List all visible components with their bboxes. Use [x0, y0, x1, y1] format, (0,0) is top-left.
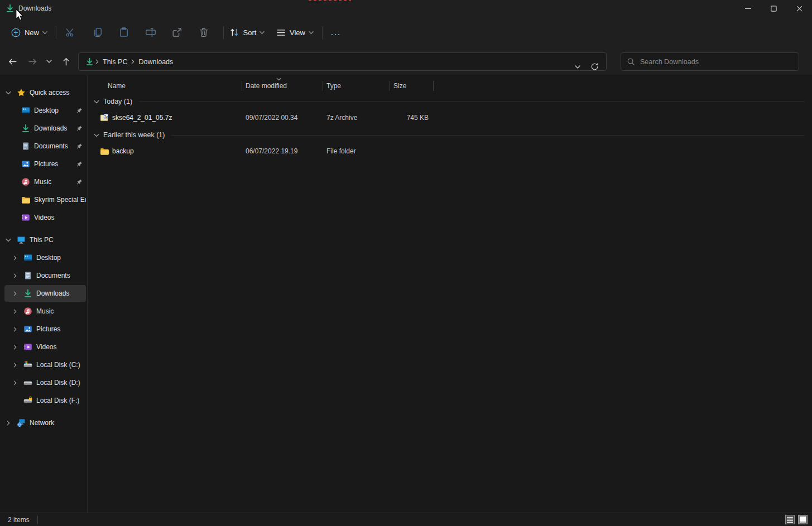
chevron-right-icon	[131, 59, 134, 64]
address-dropdown-button[interactable]	[569, 59, 586, 74]
large-icons-view-button[interactable]	[797, 514, 808, 525]
breadcrumb-this-pc[interactable]: This PC	[100, 57, 129, 67]
arrow-left-icon	[8, 57, 17, 66]
forward-button[interactable]	[25, 54, 40, 69]
copy-button[interactable]	[88, 17, 108, 48]
sidebar-item-pc-videos[interactable]: Videos	[4, 339, 86, 355]
paste-button[interactable]	[114, 17, 134, 48]
sidebar-item-pc-desktop[interactable]: Desktop	[4, 249, 86, 266]
file-row-backup[interactable]: backup 06/07/2022 19.19 File folder	[88, 143, 812, 160]
column-divider[interactable]	[433, 81, 434, 91]
file-row-skse64[interactable]: 7z skse64_2_01_05.7z 09/07/2022 00.34 7z…	[88, 109, 812, 126]
svg-text:7z: 7z	[104, 115, 108, 118]
close-button[interactable]	[786, 0, 812, 17]
file-date-modified: 09/07/2022 00.34	[246, 109, 297, 126]
column-divider[interactable]	[242, 81, 242, 91]
sidebar-item-local-disk-f[interactable]: Local Disk (F:)	[4, 392, 86, 409]
back-button[interactable]	[4, 54, 20, 69]
sidebar-item-label: Downloads	[36, 289, 86, 297]
sidebar-item-label: Network	[30, 419, 86, 427]
chevron-down-icon	[46, 59, 52, 64]
music-icon	[23, 307, 32, 316]
sidebar-item-pc-downloads[interactable]: Downloads	[4, 285, 86, 302]
sidebar-item-label: Local Disk (C:)	[36, 361, 86, 369]
more-options-button[interactable]: ...	[326, 17, 346, 48]
breadcrumb-downloads[interactable]: Downloads	[136, 57, 175, 67]
group-header-today[interactable]: Today (1)	[88, 94, 812, 109]
sidebar-item-videos[interactable]: Videos	[4, 209, 86, 226]
rename-icon	[145, 27, 156, 38]
chevron-down-icon	[42, 31, 47, 35]
sidebar-item-pc-documents[interactable]: Documents	[4, 267, 86, 284]
column-header-date-modified[interactable]: Date modified	[246, 79, 287, 93]
sidebar-item-pc-pictures[interactable]: Pictures	[4, 321, 86, 337]
sidebar-item-downloads[interactable]: Downloads	[4, 120, 86, 137]
maximize-button[interactable]	[761, 0, 786, 17]
group-header-earlier-this-week[interactable]: Earlier this week (1)	[88, 127, 812, 143]
sidebar-item-documents[interactable]: Documents	[4, 138, 86, 155]
sidebar-item-pictures[interactable]: Pictures	[4, 156, 86, 172]
videos-icon	[23, 342, 32, 351]
sidebar-item-label: Pictures	[36, 325, 86, 333]
sidebar-item-label: Local Disk (F:)	[36, 397, 86, 404]
sidebar-item-quick-access[interactable]: Quick access	[4, 84, 86, 101]
toolbar-divider	[223, 26, 224, 39]
column-divider[interactable]	[323, 81, 323, 91]
pin-icon	[76, 161, 83, 167]
chevron-right-icon	[11, 345, 19, 350]
titlebar[interactable]: Downloads	[0, 0, 812, 17]
videos-icon	[21, 213, 30, 222]
search-input[interactable]	[640, 58, 793, 66]
up-button[interactable]	[58, 54, 74, 69]
view-lines-icon	[276, 27, 286, 38]
downloads-folder-icon	[85, 57, 94, 66]
column-header-size[interactable]: Size	[393, 79, 406, 93]
recent-locations-button[interactable]	[41, 54, 57, 69]
new-button[interactable]: New	[7, 17, 51, 48]
chevron-down-icon	[94, 133, 99, 137]
sidebar-item-label: Documents	[34, 142, 76, 150]
rename-button[interactable]	[141, 17, 161, 48]
file-size: 745 KB	[390, 109, 429, 126]
sidebar-item-label: Music	[36, 307, 86, 315]
view-button[interactable]: View	[273, 17, 316, 48]
sort-button-label: Sort	[243, 28, 257, 37]
sidebar-item-skyrim-special-edition[interactable]: Skyrim Special Edit	[4, 191, 86, 208]
share-icon	[171, 27, 182, 38]
chevron-down-icon	[4, 238, 12, 242]
delete-button[interactable]	[194, 17, 214, 48]
file-name: skse64_2_01_05.7z	[112, 114, 172, 122]
share-button[interactable]	[167, 17, 187, 48]
window-tab[interactable]: Downloads	[6, 0, 51, 17]
view-button-label: View	[290, 28, 305, 37]
sidebar-item-network[interactable]: Network	[4, 414, 86, 431]
sidebar-item-music[interactable]: Music	[4, 173, 86, 190]
sidebar-item-label: Desktop	[36, 254, 86, 262]
refresh-button[interactable]	[586, 59, 603, 74]
sidebar-item-local-disk-c[interactable]: Local Disk (C:)	[4, 356, 86, 373]
sidebar-item-label: Desktop	[34, 107, 76, 114]
sidebar-item-this-pc[interactable]: This PC	[4, 231, 86, 248]
capture-indicator	[309, 0, 351, 1]
column-header-name[interactable]: Name	[108, 79, 126, 93]
copy-icon	[92, 27, 103, 38]
sidebar-item-label: Music	[34, 178, 76, 186]
window-title: Downloads	[18, 4, 51, 12]
sidebar-item-desktop[interactable]: Desktop	[4, 102, 86, 119]
column-divider[interactable]	[390, 81, 390, 91]
cut-button[interactable]	[60, 17, 80, 48]
address-bar[interactable]: This PC Downloads	[78, 52, 607, 71]
group-rule	[171, 135, 804, 136]
file-rows: Today (1) 7z skse64_2_01_05.7z	[88, 93, 812, 160]
sidebar-item-local-disk-d[interactable]: Local Disk (D:)	[4, 374, 86, 391]
minimize-button[interactable]	[735, 0, 761, 17]
sort-button[interactable]: Sort	[227, 17, 267, 48]
details-view-button[interactable]	[785, 514, 795, 525]
file-list-pane: Name Date modified Type Size Today (1)	[88, 75, 812, 513]
search-box[interactable]	[621, 52, 799, 71]
sidebar-item-pc-music[interactable]: Music	[4, 303, 86, 320]
column-header-type[interactable]: Type	[326, 79, 341, 93]
sidebar-item-label: Local Disk (D:)	[36, 379, 86, 387]
sidebar-item-label: Pictures	[34, 160, 76, 168]
documents-icon	[23, 271, 32, 280]
